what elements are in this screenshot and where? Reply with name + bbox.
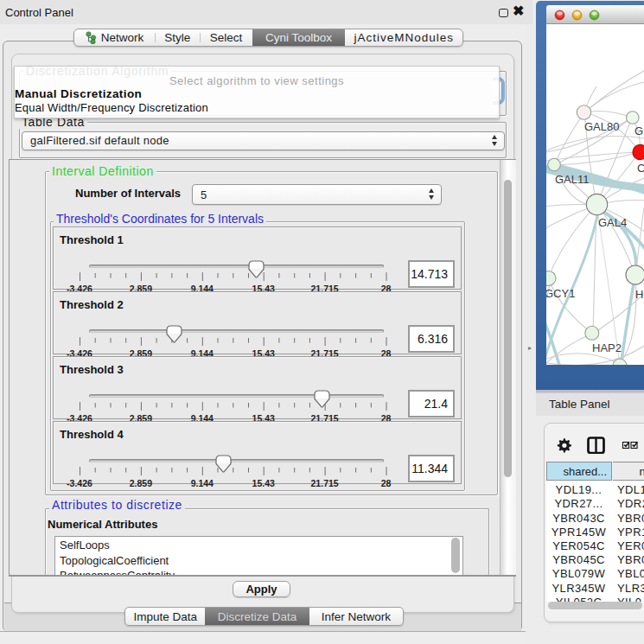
svg-text:HAP2: HAP2	[592, 341, 622, 354]
svg-text:H: H	[635, 288, 643, 301]
svg-text:GCY1: GCY1	[546, 287, 575, 300]
svg-text:GAL11: GAL11	[555, 173, 590, 186]
svg-text:G.: G.	[634, 124, 644, 137]
svg-text:GAL80: GAL80	[584, 120, 619, 133]
svg-text:GAL4: GAL4	[598, 216, 627, 229]
svg-text:C: C	[637, 162, 644, 175]
